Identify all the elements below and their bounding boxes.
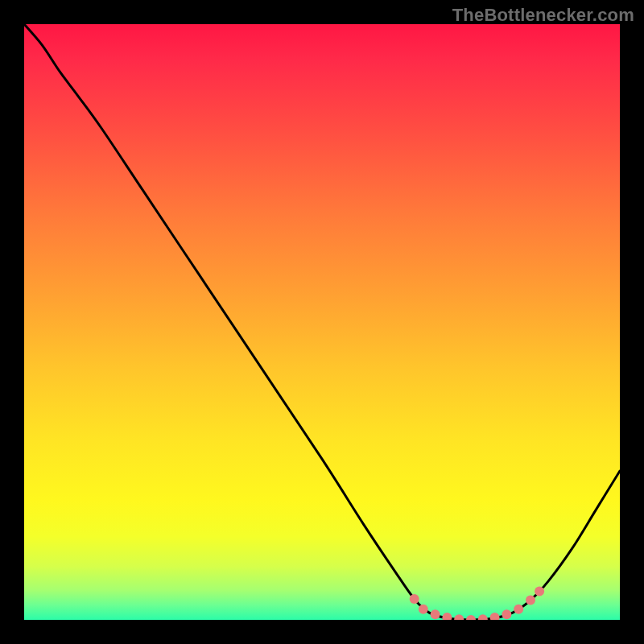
optimal-marker bbox=[410, 594, 419, 604]
optimal-marker bbox=[535, 586, 544, 596]
bottleneck-chart bbox=[0, 0, 644, 644]
gradient-background bbox=[24, 24, 620, 620]
optimal-marker bbox=[431, 609, 440, 619]
plot-area bbox=[24, 24, 620, 625]
optimal-marker bbox=[526, 596, 535, 605]
optimal-marker bbox=[419, 605, 428, 614]
optimal-marker bbox=[502, 609, 511, 619]
watermark-text: TheBottlenecker.com bbox=[452, 5, 634, 26]
optimal-marker bbox=[514, 605, 523, 614]
